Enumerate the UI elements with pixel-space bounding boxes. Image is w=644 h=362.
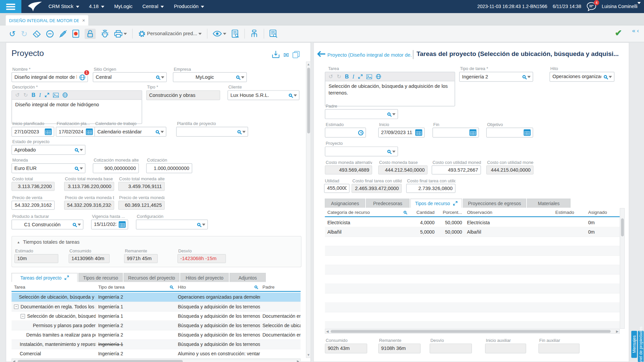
user-menu[interactable]: Luisina Cominelli	[602, 4, 641, 9]
cliente-input[interactable]	[228, 93, 289, 98]
column-header-tarea[interactable]: Tarea	[11, 283, 96, 291]
undo-icon[interactable]: ↺	[329, 74, 333, 79]
lookup-button[interactable]	[73, 223, 83, 226]
tab-proyecciones-de-egresos[interactable]: Proyecciones de egresos	[463, 199, 526, 208]
descripcion-text[interactable]: Diseño integral de motor de hidrógeno	[12, 100, 142, 110]
tab-hitos-del-proyecto[interactable]: Hitos del proyecto	[180, 273, 229, 282]
close-tab-icon[interactable]: ×	[82, 17, 85, 23]
eraser-button[interactable]	[33, 30, 41, 37]
collapse-panel-icons[interactable]: «‹	[632, 27, 640, 34]
table-row[interactable]	[325, 284, 620, 293]
vigencia-input[interactable]	[92, 222, 119, 227]
scroll-right-arrow[interactable]: ▶	[297, 359, 300, 362]
chat-button[interactable]: 4	[587, 2, 596, 11]
table-row[interactable]: ComercialIngeniería 2Alumino y usos en c…	[11, 349, 301, 359]
table-row[interactable]	[325, 237, 620, 246]
panel-propiedades-side-tab[interactable]: Panel de propiedades	[638, 331, 644, 362]
redo-icon[interactable]: ↻	[23, 93, 28, 98]
tab-tareas-del-proyecto[interactable]: Tareas del proyecto	[11, 273, 77, 282]
table-row[interactable]: −Documentación en regla. Todos los plano…	[11, 302, 301, 311]
table-row[interactable]: −Selección de ubicación, búsqueda y adIn…	[11, 311, 301, 321]
redo-button[interactable]: ↻	[21, 30, 27, 38]
column-header-hito[interactable]: Hito	[175, 283, 260, 291]
calendario-input[interactable]	[95, 129, 156, 134]
scroll-up-arrow[interactable]: ▲	[306, 63, 310, 66]
brand-bird-logo[interactable]	[27, 1, 43, 14]
tarea-editor[interactable]: ↺ ↻ B I Selección de ubicación, búsqueda…	[325, 72, 455, 106]
italic-icon[interactable]: I	[353, 73, 354, 80]
nombre-input[interactable]	[12, 74, 79, 80]
estado-input[interactable]	[12, 147, 75, 153]
calendar-icon[interactable]	[45, 128, 52, 135]
calendar-icon[interactable]	[524, 129, 531, 136]
expand-icon[interactable]	[45, 93, 49, 97]
hamburger-menu-icon[interactable]	[0, 0, 21, 13]
finalizacion-input[interactable]	[56, 129, 86, 134]
undo-button[interactable]: ↺	[9, 30, 15, 38]
table-row[interactable]: Selección de ubicación, búsqueda y adqui…	[11, 293, 301, 302]
breadcrumb[interactable]: Proyecto (Diseño integral de motor de...	[327, 52, 412, 58]
column-search-icon[interactable]	[255, 286, 257, 288]
table-row[interactable]: Instalación, mantenimiento y repuesto de…	[11, 340, 301, 349]
table-row[interactable]	[325, 312, 620, 322]
lookup-button[interactable]	[197, 223, 208, 226]
tab-asignaciones[interactable]: Asignaciones	[325, 199, 365, 208]
undo-icon[interactable]: ↺	[15, 93, 19, 98]
globe-icon[interactable]	[62, 93, 68, 98]
lookup-button[interactable]	[523, 75, 533, 78]
tab-diseno-integral[interactable]: DISEÑO INTEGRAL DE MOTOR DE... ×	[6, 15, 88, 25]
lookup-button[interactable]	[75, 148, 85, 152]
table-row[interactable]: Albañil5,000050,0000Albañil0m	[325, 227, 620, 237]
cotizacion-input[interactable]	[147, 165, 192, 171]
back-button[interactable]	[317, 51, 326, 59]
table-row[interactable]: Demás tramites a realizar para poder cIn…	[11, 330, 301, 340]
lookup-button[interactable]	[156, 75, 166, 79]
copy-button[interactable]	[292, 51, 300, 60]
calendar-icon[interactable]	[470, 129, 477, 136]
tiempos-section-toggle[interactable]: ▲Tiempos totales de tareas	[17, 239, 79, 245]
empresa-input[interactable]	[173, 74, 236, 80]
scroll-down-arrow[interactable]: ▼	[306, 353, 310, 357]
scrollbar-thumb[interactable]	[621, 218, 624, 236]
menu-mylogic[interactable]: MyLogic	[114, 4, 132, 9]
producto-input[interactable]	[12, 222, 73, 227]
lookup-button[interactable]	[604, 75, 614, 78]
table-row[interactable]	[325, 265, 620, 275]
column-header-porcentaje[interactable]: Porcent...	[437, 208, 465, 216]
right-vertical-scrollbar[interactable]	[620, 208, 625, 329]
hito-input[interactable]	[550, 74, 604, 79]
table-row[interactable]	[325, 246, 620, 256]
left-vertical-scrollbar[interactable]: ▲ ▼	[306, 62, 311, 358]
remove-record-button[interactable]	[46, 30, 54, 38]
column-header-categoria[interactable]: Categoría de recurso	[325, 208, 409, 216]
print-button[interactable]	[114, 30, 127, 38]
costo-utilidad-a-input[interactable]	[432, 167, 480, 173]
column-header-cantidad[interactable]: Cantidad	[409, 208, 437, 216]
scrollbar-thumb[interactable]	[331, 330, 611, 333]
log-button[interactable]	[269, 29, 277, 38]
workflow-button[interactable]	[250, 29, 258, 38]
mail-button[interactable]: ✉	[283, 52, 289, 59]
column-search-icon[interactable]	[404, 211, 406, 214]
calendar-icon[interactable]	[86, 128, 93, 135]
cotizacion-alterna-input[interactable]	[93, 165, 139, 171]
left-horizontal-scrollbar[interactable]: ◀ ▶	[11, 359, 301, 362]
inicio-planificado-input[interactable]	[12, 129, 45, 134]
column-search-icon[interactable]	[170, 286, 172, 288]
debug-button[interactable]	[101, 29, 109, 38]
estimado-input[interactable]	[325, 130, 358, 135]
table-row[interactable]	[325, 275, 620, 284]
tab-tipos-de-recurso[interactable]: Tipos de recurso	[78, 273, 123, 282]
tab-recursos-del-proyecto[interactable]: Recursos del proyecto	[124, 273, 180, 282]
italic-icon[interactable]: I	[39, 92, 41, 99]
unlock-button[interactable]	[85, 28, 96, 39]
lookup-button[interactable]	[289, 94, 299, 97]
tab-tipos-de-recurso[interactable]: Tipos de recurso	[410, 199, 462, 208]
inicio-input[interactable]	[379, 130, 415, 135]
expand-icon[interactable]	[453, 201, 457, 205]
utilidad-input[interactable]	[324, 185, 349, 191]
lookup-button[interactable]	[387, 150, 398, 153]
record-button[interactable]	[72, 29, 79, 38]
menu-produccion[interactable]: Producción	[174, 4, 204, 9]
column-header-asignado[interactable]: Asignado	[586, 208, 620, 216]
